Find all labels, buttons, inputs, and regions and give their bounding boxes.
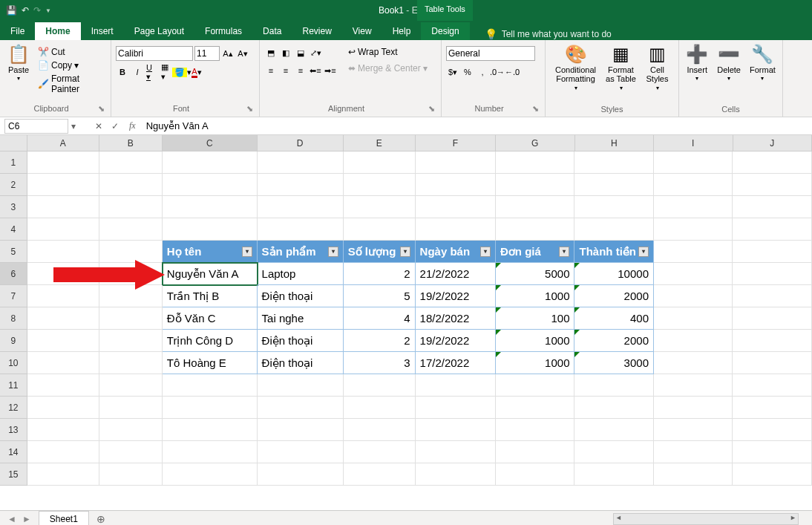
- cell[interactable]: [416, 374, 496, 397]
- row-header[interactable]: 3: [0, 196, 27, 218]
- tab-data[interactable]: Data: [252, 22, 292, 40]
- filter-dropdown-icon[interactable]: ▾: [480, 247, 491, 257]
- col-header[interactable]: H: [575, 135, 655, 151]
- cell[interactable]: Điện thoại: [258, 285, 344, 307]
- col-header[interactable]: J: [733, 135, 812, 151]
- cell[interactable]: [574, 196, 654, 218]
- cell[interactable]: [258, 419, 344, 441]
- tab-help[interactable]: Help: [382, 22, 422, 40]
- cell[interactable]: [258, 397, 344, 419]
- cell[interactable]: [654, 263, 733, 285]
- cell[interactable]: [99, 218, 163, 241]
- cell[interactable]: [574, 441, 654, 463]
- cell[interactable]: 4: [344, 307, 416, 330]
- cell[interactable]: 2000: [574, 330, 654, 352]
- tell-me-search[interactable]: 💡 Tell me what you want to do: [485, 28, 612, 40]
- row-header[interactable]: 4: [0, 218, 27, 241]
- cell[interactable]: [654, 174, 733, 196]
- cell[interactable]: [99, 263, 163, 285]
- cell[interactable]: [27, 330, 99, 352]
- cell[interactable]: [416, 397, 496, 419]
- cell[interactable]: [654, 218, 733, 241]
- col-header[interactable]: C: [163, 135, 258, 151]
- filter-dropdown-icon[interactable]: ▾: [328, 247, 338, 257]
- cell[interactable]: [163, 397, 258, 419]
- format-cells-button[interactable]: 🔧Format▾: [747, 43, 779, 84]
- cell[interactable]: 1000: [496, 285, 575, 307]
- tab-view[interactable]: View: [342, 22, 382, 40]
- cell[interactable]: [344, 151, 416, 174]
- cell[interactable]: 5000: [496, 263, 575, 285]
- cell[interactable]: [496, 174, 575, 196]
- cell[interactable]: [99, 397, 163, 419]
- cell[interactable]: [99, 196, 163, 218]
- cell[interactable]: Ngày bán▾: [416, 241, 496, 263]
- cell[interactable]: [27, 241, 99, 263]
- filter-dropdown-icon[interactable]: ▾: [638, 247, 649, 257]
- conditional-formatting-button[interactable]: 🎨Conditional Formatting▾: [552, 43, 600, 93]
- cell[interactable]: [654, 285, 733, 307]
- cell[interactable]: [574, 218, 654, 241]
- cell[interactable]: [416, 196, 496, 218]
- cell[interactable]: [654, 463, 733, 486]
- cell[interactable]: [163, 374, 258, 397]
- cell[interactable]: [416, 218, 496, 241]
- cell[interactable]: [99, 151, 163, 174]
- cell[interactable]: [163, 441, 258, 463]
- cell[interactable]: 2000: [574, 285, 654, 307]
- align-center-button[interactable]: ≡: [279, 64, 292, 77]
- cell[interactable]: [27, 419, 99, 441]
- cell[interactable]: [27, 374, 99, 397]
- row-header[interactable]: 10: [0, 352, 27, 374]
- cell[interactable]: [163, 151, 258, 174]
- cell[interactable]: [574, 419, 654, 441]
- cell[interactable]: 5: [344, 285, 416, 307]
- cell[interactable]: 18/2/2022: [416, 307, 496, 330]
- cell[interactable]: 10000: [574, 263, 654, 285]
- col-header[interactable]: F: [416, 135, 496, 151]
- cell[interactable]: [344, 441, 416, 463]
- font-launcher[interactable]: ⬊: [246, 104, 253, 114]
- cut-button[interactable]: ✂️Cut: [36, 46, 106, 58]
- cell[interactable]: [163, 419, 258, 441]
- horizontal-scrollbar[interactable]: [613, 513, 799, 525]
- cell[interactable]: [344, 463, 416, 486]
- row-header[interactable]: 11: [0, 374, 27, 397]
- cell[interactable]: 21/2/2022: [416, 263, 496, 285]
- cell[interactable]: [99, 174, 163, 196]
- cell[interactable]: [733, 241, 812, 263]
- cell[interactable]: [163, 218, 258, 241]
- cell[interactable]: [344, 374, 416, 397]
- cell[interactable]: [416, 441, 496, 463]
- cell[interactable]: 2: [344, 330, 416, 352]
- cell[interactable]: 1000: [496, 352, 575, 374]
- cell[interactable]: [344, 218, 416, 241]
- font-family-select[interactable]: [116, 46, 193, 61]
- sheet-tab[interactable]: Sheet1: [39, 511, 89, 525]
- cell[interactable]: Điện thoại: [258, 352, 344, 374]
- cell[interactable]: [27, 441, 99, 463]
- cell[interactable]: Đơn giá▾: [496, 241, 575, 263]
- orientation-button[interactable]: ⤢▾: [309, 46, 322, 59]
- row-header[interactable]: 7: [0, 285, 27, 307]
- cell[interactable]: [496, 196, 575, 218]
- increase-indent-button[interactable]: ➡≡: [324, 64, 337, 77]
- cell[interactable]: [733, 352, 812, 374]
- undo-icon[interactable]: ↶: [22, 5, 29, 16]
- tab-page-layout[interactable]: Page Layout: [124, 22, 194, 40]
- cell[interactable]: [733, 441, 812, 463]
- row-header[interactable]: 6: [0, 263, 27, 285]
- cell[interactable]: [654, 196, 733, 218]
- cell[interactable]: [258, 196, 344, 218]
- increase-decimal-button[interactable]: .0→: [491, 65, 504, 79]
- format-as-table-button[interactable]: ▦Format as Table▾: [603, 43, 640, 93]
- cell[interactable]: 19/2/2022: [416, 285, 496, 307]
- cell[interactable]: [654, 330, 733, 352]
- tab-insert[interactable]: Insert: [81, 22, 124, 40]
- number-format-select[interactable]: [446, 46, 535, 61]
- cell[interactable]: [27, 463, 99, 486]
- cell[interactable]: [344, 419, 416, 441]
- align-middle-button[interactable]: ◧: [279, 46, 292, 59]
- clipboard-launcher[interactable]: ⬊: [98, 104, 105, 114]
- row-header[interactable]: 12: [0, 397, 27, 419]
